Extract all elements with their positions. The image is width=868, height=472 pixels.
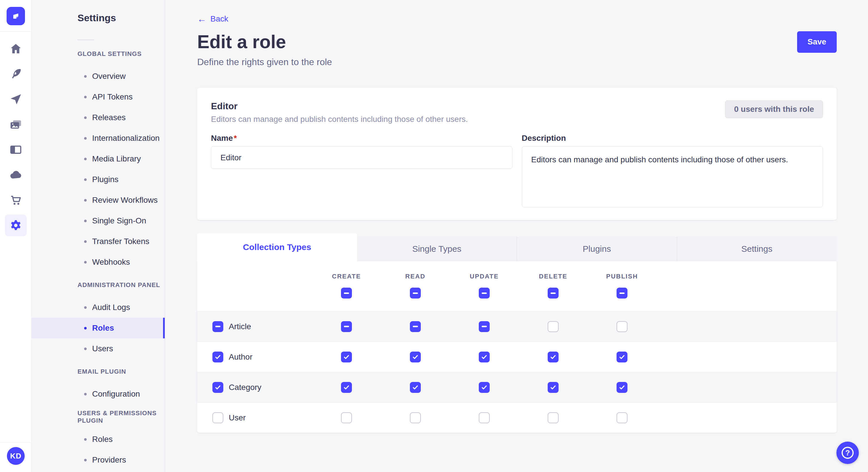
permission-checkbox-read[interactable] [410, 382, 421, 393]
tab-label: Single Types [412, 244, 461, 254]
permission-checkbox-create[interactable] [341, 321, 352, 332]
media-library-icon[interactable] [5, 113, 27, 135]
role-name-heading: Editor [211, 100, 468, 112]
description-textarea[interactable]: Editors can manage and publish contents … [522, 146, 823, 207]
back-link[interactable]: ← Back [197, 14, 228, 24]
back-arrow-icon: ← [197, 15, 206, 23]
column-header-publish: PUBLISH [588, 273, 656, 280]
permission-checkbox-read[interactable] [410, 321, 421, 332]
permission-checkbox-read[interactable] [410, 351, 421, 363]
permission-checkbox-delete[interactable] [548, 321, 559, 332]
sidebar-item-releases[interactable]: Releases [32, 107, 165, 128]
sidebar-item-roles[interactable]: Roles [32, 429, 165, 450]
permission-checkbox-update[interactable] [479, 351, 490, 363]
sidebar-item-single-sign-on[interactable]: Single Sign-On [32, 210, 165, 231]
save-button[interactable]: Save [797, 31, 837, 53]
sidebar-item-configuration[interactable]: Configuration [32, 384, 165, 404]
permission-checkbox-create[interactable] [341, 412, 352, 423]
nav-section-global-settings: GLOBAL SETTINGSOverviewAPI TokensRelease… [32, 47, 165, 272]
sidebar-item-webhooks[interactable]: Webhooks [32, 252, 165, 272]
sidebar-item-users[interactable]: Users [32, 338, 165, 359]
permission-row-category: Category [197, 372, 837, 402]
permission-checkbox-publish[interactable] [617, 321, 627, 332]
content-feather-icon[interactable] [5, 63, 27, 85]
permission-checkbox-publish[interactable] [617, 351, 627, 363]
permission-row-article: Article [197, 311, 837, 341]
help-button[interactable]: ? [836, 442, 859, 464]
column-header-update: UPDATE [450, 273, 519, 280]
permissions-table: CREATEREADUPDATEDELETEPUBLISH ArticleAut… [197, 261, 837, 433]
permission-checkbox-read[interactable] [410, 412, 421, 423]
column-header-read: READ [381, 273, 450, 280]
sidebar-item-label: Providers [92, 456, 126, 465]
bullet-icon [84, 137, 87, 140]
bullet-icon [84, 347, 87, 350]
sidebar-item-internationalization[interactable]: Internationalization [32, 128, 165, 148]
content-type-builder-icon[interactable] [5, 139, 27, 161]
settings-gear-icon[interactable] [5, 214, 27, 236]
required-asterisk: * [234, 134, 237, 142]
sidebar-item-roles[interactable]: Roles [32, 318, 165, 338]
permission-checkbox-update[interactable] [479, 412, 490, 423]
sidebar-item-overview[interactable]: Overview [32, 66, 165, 87]
bullet-icon [84, 306, 87, 309]
row-select-checkbox[interactable] [212, 382, 223, 393]
sidebar-item-label: Audit Logs [92, 303, 130, 312]
bullet-icon [84, 116, 87, 119]
sidebar-item-label: Internationalization [92, 134, 160, 143]
bullet-icon [84, 459, 87, 461]
permission-checkbox-create[interactable] [341, 382, 352, 393]
settings-sidebar: Settings GLOBAL SETTINGSOverviewAPI Toke… [32, 0, 165, 472]
permission-checkbox-publish[interactable] [617, 412, 627, 423]
sidebar-item-plugins[interactable]: Plugins [32, 169, 165, 190]
permission-checkbox-create[interactable] [341, 351, 352, 363]
avatar[interactable]: KD [7, 447, 25, 465]
permission-checkbox-delete[interactable] [548, 351, 559, 363]
sidebar-item-api-tokens[interactable]: API Tokens [32, 87, 165, 107]
select-all-read-checkbox[interactable] [410, 288, 421, 299]
row-select-checkbox[interactable] [212, 321, 223, 332]
page-title: Edit a role [197, 31, 286, 53]
sidebar-item-media-library[interactable]: Media Library [32, 148, 165, 169]
cloud-icon[interactable] [5, 164, 27, 186]
rail-bottom-divider [0, 442, 31, 443]
tab-single-types[interactable]: Single Types [357, 237, 517, 261]
sidebar-item-transfer-tokens[interactable]: Transfer Tokens [32, 231, 165, 252]
row-select-checkbox[interactable] [212, 412, 223, 423]
bullet-icon [84, 240, 87, 243]
tab-collection-types[interactable]: Collection Types [197, 233, 357, 261]
sidebar-item-review-workflows[interactable]: Review Workflows [32, 190, 165, 210]
permissions-tabs: Collection TypesSingle TypesPluginsSetti… [197, 233, 837, 261]
description-field-label: Description [522, 134, 823, 143]
nav-section-label: EMAIL PLUGIN [78, 365, 165, 378]
home-icon[interactable] [5, 38, 27, 60]
tab-label: Plugins [583, 244, 611, 254]
nav-section-label: USERS & PERMISSIONS PLUGIN [78, 411, 165, 423]
permission-checkbox-update[interactable] [479, 321, 490, 332]
bullet-icon [84, 261, 87, 264]
permission-checkbox-publish[interactable] [617, 382, 627, 393]
permission-checkbox-delete[interactable] [548, 412, 559, 423]
help-icon: ? [842, 447, 854, 459]
select-all-publish-checkbox[interactable] [617, 288, 627, 299]
tab-settings[interactable]: Settings [677, 237, 837, 261]
marketplace-cart-icon[interactable] [5, 189, 27, 211]
strapi-logo[interactable] [7, 7, 25, 25]
row-label: Category [229, 383, 261, 392]
send-icon[interactable] [5, 88, 27, 110]
permission-checkbox-update[interactable] [479, 382, 490, 393]
select-all-delete-checkbox[interactable] [548, 288, 559, 299]
select-all-create-checkbox[interactable] [341, 288, 352, 299]
permissions-table-head: CREATEREADUPDATEDELETEPUBLISH [197, 261, 837, 311]
row-label: Author [229, 352, 253, 362]
nav-section-label: GLOBAL SETTINGS [78, 47, 165, 60]
sidebar-item-providers[interactable]: Providers [32, 450, 165, 470]
sidebar-item-label: Single Sign-On [92, 216, 146, 225]
name-input[interactable] [211, 146, 513, 169]
sidebar-item-audit-logs[interactable]: Audit Logs [32, 297, 165, 318]
permission-checkbox-delete[interactable] [548, 382, 559, 393]
row-select-checkbox[interactable] [212, 351, 223, 363]
tab-plugins[interactable]: Plugins [517, 237, 677, 261]
sidebar-item-label: Media Library [92, 154, 141, 164]
select-all-update-checkbox[interactable] [479, 288, 490, 299]
